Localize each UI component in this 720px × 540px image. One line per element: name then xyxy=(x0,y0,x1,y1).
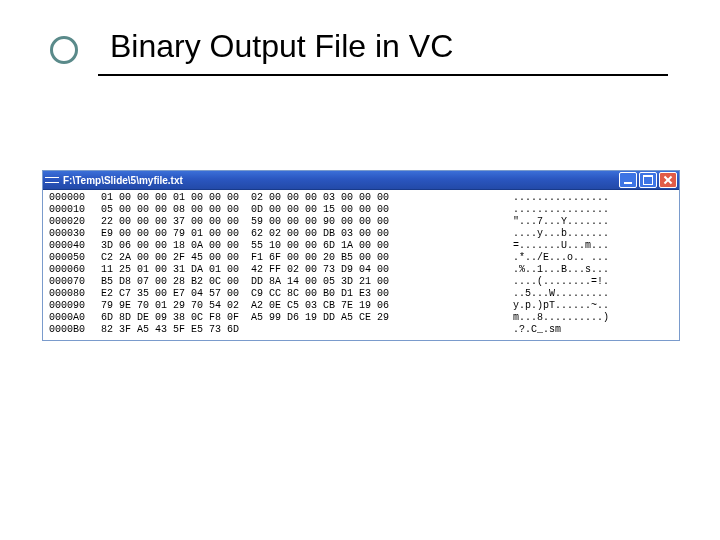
system-menu-icon[interactable] xyxy=(45,173,59,187)
hex-row: 00006011 25 01 00 31 DA 01 00 42 FF 02 0… xyxy=(49,264,673,276)
hex-cell: 01 00 00 00 01 00 00 00 02 00 00 00 03 0… xyxy=(101,192,513,204)
hex-dump-body: 00000001 00 00 00 01 00 00 00 02 00 00 0… xyxy=(43,190,679,340)
offset-cell: 000060 xyxy=(49,264,101,276)
hex-cell: 79 9E 70 01 29 70 54 02 A2 0E C5 03 CB 7… xyxy=(101,300,513,312)
slide-bullet xyxy=(50,36,78,64)
ascii-cell: =.......U...m... xyxy=(513,240,633,252)
hex-viewer-window: F:\Temp\Slide\5\myfile.txt 00000001 00 0… xyxy=(42,170,680,341)
hex-cell: 6D 8D DE 09 38 0C F8 0F A5 99 D6 19 DD A… xyxy=(101,312,513,324)
window-titlebar: F:\Temp\Slide\5\myfile.txt xyxy=(43,171,679,190)
hex-row: 0000B082 3F A5 43 5F E5 73 6D.?.C_.sm xyxy=(49,324,673,336)
ascii-cell: ....(........=!. xyxy=(513,276,633,288)
offset-cell: 0000B0 xyxy=(49,324,101,336)
hex-row: 000030E9 00 00 00 79 01 00 00 62 02 00 0… xyxy=(49,228,673,240)
ascii-cell: ..5...W......... xyxy=(513,288,633,300)
ascii-cell: ................ xyxy=(513,192,633,204)
hex-cell: E9 00 00 00 79 01 00 00 62 02 00 00 DB 0… xyxy=(101,228,513,240)
ascii-cell: "...7...Y....... xyxy=(513,216,633,228)
offset-cell: 000070 xyxy=(49,276,101,288)
hex-row: 000050C2 2A 00 00 2F 45 00 00 F1 6F 00 0… xyxy=(49,252,673,264)
hex-cell: C2 2A 00 00 2F 45 00 00 F1 6F 00 00 20 B… xyxy=(101,252,513,264)
hex-row: 000070B5 D8 07 00 28 B2 0C 00 DD 8A 14 0… xyxy=(49,276,673,288)
hex-cell: 22 00 00 00 37 00 00 00 59 00 00 00 90 0… xyxy=(101,216,513,228)
hex-cell: 11 25 01 00 31 DA 01 00 42 FF 02 00 73 D… xyxy=(101,264,513,276)
slide-title: Binary Output File in VC xyxy=(110,28,453,65)
ascii-cell: m...8..........) xyxy=(513,312,633,324)
hex-cell: 05 00 00 00 08 00 00 00 0D 00 00 00 15 0… xyxy=(101,204,513,216)
offset-cell: 000030 xyxy=(49,228,101,240)
ascii-cell: .%..1...B...s... xyxy=(513,264,633,276)
hex-cell: B5 D8 07 00 28 B2 0C 00 DD 8A 14 00 05 3… xyxy=(101,276,513,288)
hex-cell: E2 C7 35 00 E7 04 57 00 C9 CC 8C 00 B0 D… xyxy=(101,288,513,300)
ascii-cell: y.p.)pT......~.. xyxy=(513,300,633,312)
hex-row: 00002022 00 00 00 37 00 00 00 59 00 00 0… xyxy=(49,216,673,228)
offset-cell: 000010 xyxy=(49,204,101,216)
ascii-cell: .*../E...o.. ... xyxy=(513,252,633,264)
hex-row: 00001005 00 00 00 08 00 00 00 0D 00 00 0… xyxy=(49,204,673,216)
offset-cell: 000080 xyxy=(49,288,101,300)
offset-cell: 000000 xyxy=(49,192,101,204)
hex-cell: 3D 06 00 00 18 0A 00 00 55 10 00 00 6D 1… xyxy=(101,240,513,252)
close-button[interactable] xyxy=(659,172,677,188)
ascii-cell: ....y...b....... xyxy=(513,228,633,240)
window-title: F:\Temp\Slide\5\myfile.txt xyxy=(63,175,619,186)
ascii-cell: .?.C_.sm xyxy=(513,324,633,336)
hex-row: 00009079 9E 70 01 29 70 54 02 A2 0E C5 0… xyxy=(49,300,673,312)
title-rule xyxy=(98,74,668,76)
hex-row: 00000001 00 00 00 01 00 00 00 02 00 00 0… xyxy=(49,192,673,204)
maximize-button[interactable] xyxy=(639,172,657,188)
hex-row: 0000403D 06 00 00 18 0A 00 00 55 10 00 0… xyxy=(49,240,673,252)
offset-cell: 000040 xyxy=(49,240,101,252)
hex-row: 0000A06D 8D DE 09 38 0C F8 0F A5 99 D6 1… xyxy=(49,312,673,324)
offset-cell: 0000A0 xyxy=(49,312,101,324)
offset-cell: 000050 xyxy=(49,252,101,264)
offset-cell: 000020 xyxy=(49,216,101,228)
minimize-button[interactable] xyxy=(619,172,637,188)
hex-row: 000080E2 C7 35 00 E7 04 57 00 C9 CC 8C 0… xyxy=(49,288,673,300)
offset-cell: 000090 xyxy=(49,300,101,312)
ascii-cell: ................ xyxy=(513,204,633,216)
hex-cell: 82 3F A5 43 5F E5 73 6D xyxy=(101,324,513,336)
